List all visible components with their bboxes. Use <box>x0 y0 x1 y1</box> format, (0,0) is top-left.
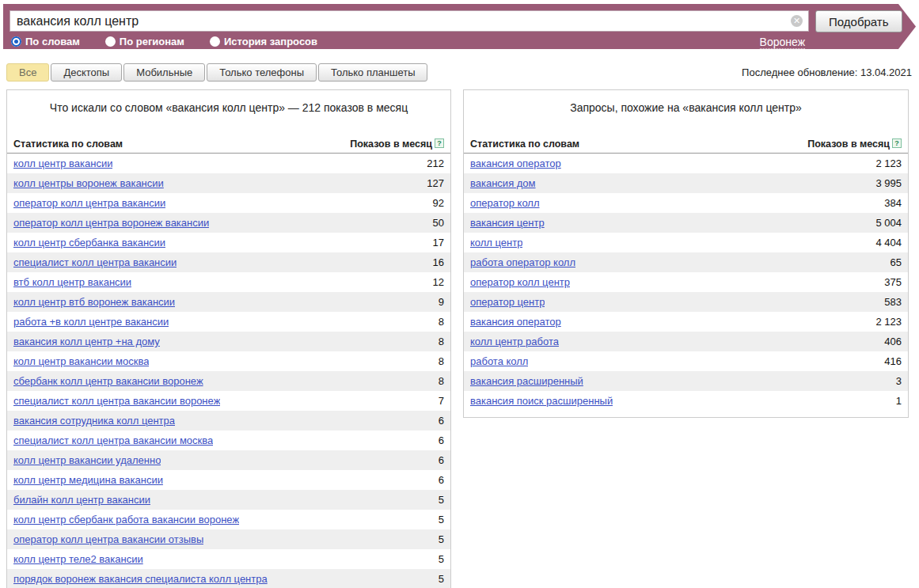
tab-device[interactable]: Десктопы <box>51 63 122 82</box>
keyword-link[interactable]: оператор колл центра вакансии <box>13 197 165 209</box>
table-row: билайн колл центр вакансии5 <box>7 490 450 510</box>
keyword-link[interactable]: колл центр работа <box>470 336 559 347</box>
shows-value: 8 <box>431 375 444 387</box>
region-link[interactable]: Воронеж <box>760 36 805 49</box>
keyword-link[interactable]: колл центр сбербанка вакансии <box>13 237 165 248</box>
keyword-link[interactable]: вакансия центр <box>470 217 545 229</box>
search-input[interactable] <box>9 10 809 32</box>
shows-value: 384 <box>876 197 902 209</box>
keyword-link[interactable]: оператор колл центра вакансии отзывы <box>13 533 203 545</box>
keyword-link[interactable]: колл центр теле2 вакансии <box>13 553 143 565</box>
tab-device[interactable]: Мобильные <box>123 63 205 82</box>
shows-value: 2 123 <box>868 316 902 328</box>
keyword-link[interactable]: колл центр медицина вакансии <box>13 474 163 486</box>
keyword-link[interactable]: колл центры воронеж вакансии <box>13 177 164 189</box>
table-row: вакансия оператор2 123 <box>464 154 908 173</box>
keyword-link[interactable]: колл центр <box>470 237 522 248</box>
shows-value: 212 <box>419 157 444 169</box>
shows-value: 5 <box>431 533 444 545</box>
keyword-link[interactable]: вакансия поиск расширенный <box>470 395 613 407</box>
table-row: вакансия сотрудника колл центра6 <box>7 411 450 431</box>
table-row: оператор колл384 <box>464 193 908 213</box>
table-row: колл центр работа406 <box>464 332 908 351</box>
submit-button[interactable]: Подобрать <box>815 10 902 32</box>
table-row: оператор колл центра воронеж вакансии50 <box>7 213 450 233</box>
table-header: Статистика по словам Показов в месяц? <box>7 138 450 154</box>
keyword-link[interactable]: колл центр сбербанк работа вакансии воро… <box>13 514 239 525</box>
help-icon[interactable]: ? <box>892 138 902 148</box>
col-shows-label: Показов в месяц? <box>350 138 444 150</box>
shows-value: 3 <box>888 375 902 387</box>
panel-similar-queries: Запросы, похожие на «вакансия колл центр… <box>463 89 909 418</box>
table-row: колл центр медицина вакансии6 <box>7 470 450 490</box>
clear-icon[interactable]: ✕ <box>791 15 803 27</box>
table-row: порядок воронеж вакансия специалиста кол… <box>7 569 450 588</box>
keyword-link[interactable]: втб колл центр вакансии <box>13 276 131 288</box>
keyword-link[interactable]: вакансия колл центр +на дому <box>13 336 160 347</box>
keyword-link[interactable]: специалист колл центра вакансии воронеж <box>13 395 220 407</box>
shows-value: 7 <box>431 395 444 407</box>
keyword-link[interactable]: вакансия оператор <box>470 157 561 169</box>
keyword-link[interactable]: сбербанк колл центр вакансии воронеж <box>13 375 203 387</box>
keyword-link[interactable]: оператор центр <box>470 296 545 308</box>
table-row: вакансия дом3 995 <box>464 173 908 193</box>
shows-value: 5 <box>431 573 444 585</box>
keyword-link[interactable]: колл центр втб воронеж вакансии <box>13 296 175 308</box>
keyword-link[interactable]: специалист колл центра вакансии <box>13 256 177 268</box>
keyword-link[interactable]: оператор колл центра воронеж вакансии <box>13 217 209 229</box>
keyword-link[interactable]: специалист колл центра вакансии москва <box>13 434 213 446</box>
keyword-link[interactable]: оператор колл центр <box>470 276 570 288</box>
table-row: специалист колл центра вакансии воронеж7 <box>7 391 450 411</box>
table-row: работа +в колл центре вакансии8 <box>7 312 450 332</box>
shows-value: 416 <box>876 355 902 367</box>
keyword-link[interactable]: оператор колл <box>470 197 540 209</box>
shows-value: 3 995 <box>868 177 902 189</box>
col-shows-label: Показов в месяц? <box>807 138 902 150</box>
shows-value: 6 <box>431 434 444 446</box>
table-row: сбербанк колл центр вакансии воронеж8 <box>7 371 450 391</box>
table-row: колл центр вакансии удаленно6 <box>7 450 450 470</box>
table-body: вакансия оператор2 123вакансия дом3 995о… <box>464 154 908 411</box>
tab-device[interactable]: Только телефоны <box>207 63 317 82</box>
help-icon[interactable]: ? <box>435 138 444 148</box>
table-row: колл центр вакансии212 <box>7 154 450 173</box>
keyword-link[interactable]: вакансия сотрудника колл центра <box>13 415 175 427</box>
shows-value: 6 <box>431 454 444 466</box>
radio-group: По словамПо регионамИстория запросов <box>11 35 317 47</box>
tab-device[interactable]: Только планшеты <box>318 63 427 82</box>
shows-value: 5 <box>431 553 444 565</box>
keyword-link[interactable]: порядок воронеж вакансия специалиста кол… <box>13 573 268 585</box>
keyword-link[interactable]: колл центр вакансии <box>13 157 112 169</box>
shows-value: 5 <box>431 494 444 506</box>
keyword-link[interactable]: вакансия дом <box>470 177 536 189</box>
col-words-label: Статистика по словам <box>470 138 579 150</box>
table-row: колл центр вакансии москва8 <box>7 351 450 371</box>
shows-value: 17 <box>425 237 444 248</box>
tab-active[interactable]: Все <box>6 63 49 82</box>
shows-value: 8 <box>431 355 444 367</box>
radio-label: По регионам <box>120 36 184 47</box>
keyword-link[interactable]: колл центр вакансии москва <box>13 355 149 367</box>
table-row: втб колл центр вакансии12 <box>7 272 450 292</box>
table-row: колл центр4 404 <box>464 233 908 252</box>
shows-value: 4 404 <box>868 237 902 248</box>
table-row: работа колл416 <box>464 351 908 371</box>
radio-icon[interactable] <box>210 36 220 47</box>
shows-value: 50 <box>425 217 444 229</box>
table-row: колл центр втб воронеж вакансии9 <box>7 292 450 312</box>
table-body: колл центр вакансии212колл центры вороне… <box>7 154 450 588</box>
keyword-link[interactable]: работа +в колл центре вакансии <box>13 316 169 328</box>
shows-value: 5 <box>431 514 444 525</box>
radio-option[interactable]: История запросов <box>210 36 317 47</box>
keyword-link[interactable]: вакансия оператор <box>470 316 561 328</box>
keyword-link[interactable]: вакансия расширенный <box>470 375 583 387</box>
radio-option[interactable]: По регионам <box>105 36 184 47</box>
keyword-link[interactable]: колл центр вакансии удаленно <box>13 454 161 466</box>
radio-icon[interactable] <box>11 36 21 47</box>
radio-icon[interactable] <box>105 36 116 47</box>
radio-selected[interactable]: По словам <box>11 36 80 47</box>
keyword-link[interactable]: работа оператор колл <box>470 256 575 268</box>
keyword-link[interactable]: работа колл <box>470 355 528 367</box>
search-field-wrap: ✕ <box>9 10 809 32</box>
keyword-link[interactable]: билайн колл центр вакансии <box>13 494 150 506</box>
